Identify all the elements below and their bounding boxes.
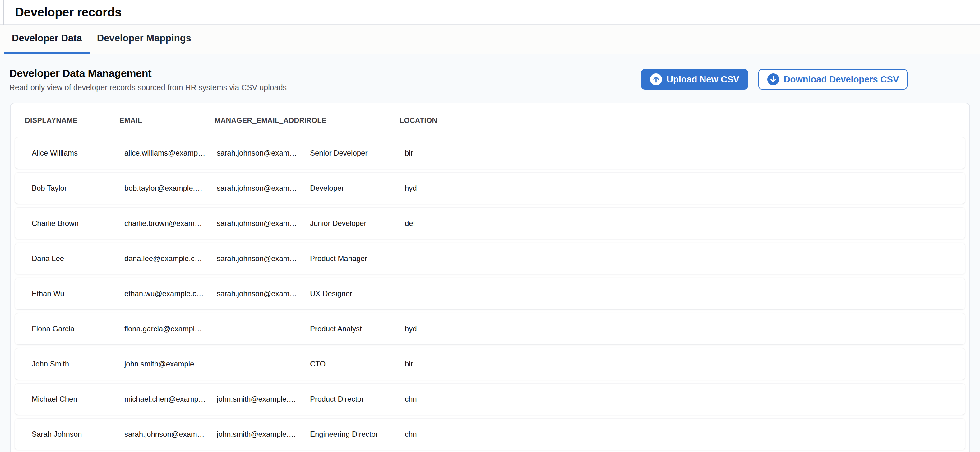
cell-displayname: Alice Williams	[32, 149, 124, 157]
cell-email: bob.taylor@example.…	[124, 184, 217, 193]
table-row: Michael Chen michael.chen@examp… john.sm…	[15, 383, 965, 415]
cell-displayname: Michael Chen	[32, 395, 124, 404]
table-row: Fiona Garcia fiona.garcia@exampl… Produc…	[15, 313, 965, 344]
page-title: Developer records	[15, 5, 122, 19]
cell-displayname: Sarah Johnson	[32, 430, 124, 439]
cell-displayname: Fiona Garcia	[32, 324, 124, 333]
column-header-role: ROLE	[306, 117, 399, 125]
download-developers-csv-button[interactable]: Download Developers CSV	[758, 69, 908, 89]
table-row: Charlie Brown charlie.brown@exam… sarah.…	[15, 208, 965, 239]
download-button-label: Download Developers CSV	[784, 74, 899, 85]
cell-manager-email: sarah.johnson@exam…	[217, 289, 310, 298]
upload-button-label: Upload New CSV	[667, 74, 739, 85]
tab-developer-data[interactable]: Developer Data	[4, 25, 89, 54]
cell-email: michael.chen@examp…	[124, 395, 217, 404]
cell-manager-email: sarah.johnson@exam…	[217, 254, 310, 263]
cell-location: hyd	[405, 184, 965, 193]
column-header-email: EMAIL	[119, 117, 215, 125]
cell-manager-email: sarah.johnson@exam…	[217, 149, 310, 157]
table-body: Alice Williams alice.williams@examp… sar…	[11, 137, 969, 450]
panel-divider	[3, 0, 4, 25]
cell-email: john.smith@example.…	[124, 359, 217, 368]
cell-manager-email: sarah.johnson@exam…	[217, 184, 310, 193]
cell-role: Product Director	[310, 395, 405, 404]
cell-email: sarah.johnson@exam…	[124, 430, 217, 439]
column-header-manager-email: MANAGER_EMAIL_ADDRE…	[215, 117, 306, 125]
cell-email: dana.lee@example.c…	[124, 254, 217, 263]
upload-new-csv-button[interactable]: Upload New CSV	[641, 69, 748, 89]
column-header-location: LOCATION	[399, 117, 969, 125]
header-actions: Upload New CSV Download Developers CSV	[641, 69, 908, 89]
cell-role: Product Manager	[310, 254, 405, 263]
cell-location: chn	[405, 430, 965, 439]
cell-displayname: Ethan Wu	[32, 289, 124, 298]
circle-arrow-up-icon	[650, 73, 662, 86]
cell-email: alice.williams@examp…	[124, 149, 217, 157]
page-header: Developer records	[0, 0, 980, 25]
cell-location: hyd	[405, 324, 965, 333]
circle-arrow-down-icon	[767, 73, 780, 86]
cell-email: fiona.garcia@exampl…	[124, 324, 217, 333]
table-header-row: DISPLAYNAME EMAIL MANAGER_EMAIL_ADDRE… R…	[11, 103, 969, 137]
cell-location: blr	[405, 359, 965, 368]
cell-location: chn	[405, 395, 965, 404]
cell-displayname: Dana Lee	[32, 254, 124, 263]
cell-role: CTO	[310, 359, 405, 368]
cell-manager-email: sarah.johnson@exam…	[217, 219, 310, 228]
table-row: Sarah Johnson sarah.johnson@exam… john.s…	[15, 419, 965, 450]
cell-location: blr	[405, 149, 965, 157]
cell-email: charlie.brown@exam…	[124, 219, 217, 228]
cell-displayname: Bob Taylor	[32, 184, 124, 193]
content-area: Developer Data Management Read-only view…	[0, 54, 980, 452]
table-row: Dana Lee dana.lee@example.c… sarah.johns…	[15, 243, 965, 274]
cell-displayname: John Smith	[32, 359, 124, 368]
cell-role: Senior Developer	[310, 149, 405, 157]
tab-bar: Developer Data Developer Mappings	[0, 25, 980, 54]
cell-location: del	[405, 219, 965, 228]
cell-manager-email: john.smith@example.…	[217, 430, 310, 439]
table-row: John Smith john.smith@example.… CTO blr	[15, 348, 965, 380]
cell-role: Engineering Director	[310, 430, 405, 439]
cell-role: Developer	[310, 184, 405, 193]
cell-displayname: Charlie Brown	[32, 219, 124, 228]
cell-role: Product Analyst	[310, 324, 405, 333]
developer-table: DISPLAYNAME EMAIL MANAGER_EMAIL_ADDRE… R…	[10, 103, 970, 452]
cell-role: Junior Developer	[310, 219, 405, 228]
column-header-displayname: DISPLAYNAME	[25, 117, 119, 125]
table-row: Ethan Wu ethan.wu@example.c… sarah.johns…	[15, 278, 965, 309]
table-row: Bob Taylor bob.taylor@example.… sarah.jo…	[15, 172, 965, 204]
tab-developer-mappings[interactable]: Developer Mappings	[89, 25, 199, 54]
cell-role: UX Designer	[310, 289, 405, 298]
cell-email: ethan.wu@example.c…	[124, 289, 217, 298]
cell-manager-email: john.smith@example.…	[217, 395, 310, 404]
section-header: Developer Data Management Read-only view…	[0, 54, 980, 92]
table-row: Alice Williams alice.williams@examp… sar…	[15, 137, 965, 169]
